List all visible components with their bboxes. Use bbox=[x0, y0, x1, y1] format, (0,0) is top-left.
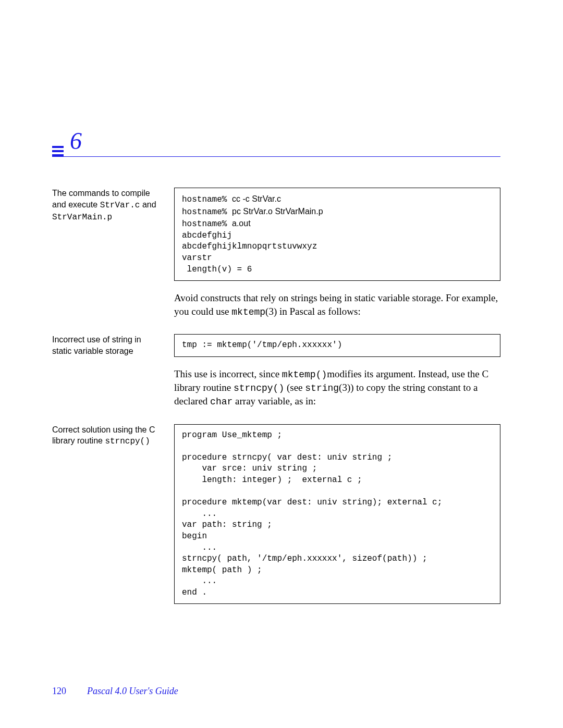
code-line: strncpy( path, '/tmp/eph.xxxxxx', sizeof… bbox=[182, 554, 427, 563]
code-line: var srce: univ string ; bbox=[182, 464, 317, 473]
example-compile-row: The commands to compile and execute StrV… bbox=[52, 188, 500, 281]
sidebar-text: Incorrect use of string in static variab… bbox=[52, 335, 141, 355]
body-code: string bbox=[305, 383, 339, 393]
chapter-number: 6 bbox=[70, 129, 82, 153]
body-row-2: This use is incorrect, since mktemp()mod… bbox=[52, 367, 500, 409]
code-line: varstr bbox=[182, 253, 212, 263]
body-row-1: Avoid constructs that rely on strings be… bbox=[52, 291, 500, 318]
page: 6 The commands to compile and execute St… bbox=[0, 0, 563, 728]
code-line: abcdefghijklmnopqrtstuvwxyz bbox=[182, 242, 317, 251]
code-box: program Use_mktemp ; procedure strncpy( … bbox=[174, 424, 500, 604]
sidebar-note-incorrect: Incorrect use of string in static variab… bbox=[52, 334, 162, 356]
code-listing-incorrect: tmp := mktemp('/tmp/eph.xxxxxx') bbox=[174, 334, 500, 357]
sidebar-note-correct: Correct solution using the C library rou… bbox=[52, 424, 162, 448]
code-line: end . bbox=[182, 588, 207, 597]
code-box: tmp := mktemp('/tmp/eph.xxxxxx') bbox=[174, 334, 500, 357]
example-incorrect-row: Incorrect use of string in static variab… bbox=[52, 334, 500, 357]
sidebar-code-1: strncpy() bbox=[105, 437, 150, 446]
chapter-icon bbox=[52, 146, 64, 156]
body-text: This use is incorrect, since bbox=[174, 368, 282, 379]
body-paragraph-2: This use is incorrect, since mktemp()mod… bbox=[174, 367, 500, 409]
example-correct-row: Correct solution using the C library rou… bbox=[52, 424, 500, 604]
chapter-heading: 6 bbox=[52, 129, 500, 157]
body-code: char bbox=[210, 397, 232, 407]
body-code: mktemp bbox=[231, 307, 265, 317]
body-code: strncpy() bbox=[234, 383, 284, 393]
code-box: hostname% cc -c StrVar.c hostname% pc St… bbox=[174, 188, 500, 281]
code-line: tmp := mktemp('/tmp/eph.xxxxxx') bbox=[182, 340, 342, 350]
document-title: Pascal 4.0 User's Guide bbox=[87, 686, 178, 697]
code-line: length: integer) ; external c ; bbox=[182, 475, 362, 485]
page-footer: 120 Pascal 4.0 User's Guide bbox=[52, 686, 500, 697]
code-listing-compile: hostname% cc -c StrVar.c hostname% pc St… bbox=[174, 188, 500, 281]
content-area: The commands to compile and execute StrV… bbox=[52, 188, 500, 614]
chapter-rule bbox=[52, 156, 500, 157]
code-line: hostname% cc -c StrVar.c bbox=[182, 195, 281, 204]
sidebar-code-2: StrVarMain.p bbox=[52, 213, 112, 222]
code-line: var path: string ; bbox=[182, 520, 272, 529]
code-line: ... bbox=[182, 509, 217, 519]
code-line: ... bbox=[182, 576, 217, 586]
code-line: ... bbox=[182, 543, 217, 552]
sidebar-text: and bbox=[140, 200, 156, 209]
code-listing-correct: program Use_mktemp ; procedure strncpy( … bbox=[174, 424, 500, 604]
page-number: 120 bbox=[52, 686, 66, 697]
code-line: begin bbox=[182, 532, 207, 541]
sidebar-note-compile: The commands to compile and execute StrV… bbox=[52, 188, 162, 224]
code-line: procedure mktemp(var dest: univ string);… bbox=[182, 498, 442, 507]
code-line: program Use_mktemp ; bbox=[182, 430, 282, 440]
code-line: mktemp( path ) ; bbox=[182, 565, 262, 575]
body-text: (see bbox=[284, 382, 305, 393]
sidebar-code-1: StrVar.c bbox=[100, 201, 140, 210]
body-text: array variable, as in: bbox=[232, 396, 316, 406]
body-text: (3) in Pascal as follows: bbox=[265, 306, 361, 317]
body-code: mktemp() bbox=[282, 369, 327, 380]
code-line: hostname% a.out bbox=[182, 219, 251, 229]
code-line: hostname% pc StrVar.o StrVarMain.p bbox=[182, 207, 323, 217]
body-paragraph-1: Avoid constructs that rely on strings be… bbox=[174, 291, 500, 318]
code-line: procedure strncpy( var dest: univ string… bbox=[182, 453, 392, 462]
code-line: length(v) = 6 bbox=[182, 265, 252, 274]
code-line: abcdefghij bbox=[182, 231, 232, 240]
